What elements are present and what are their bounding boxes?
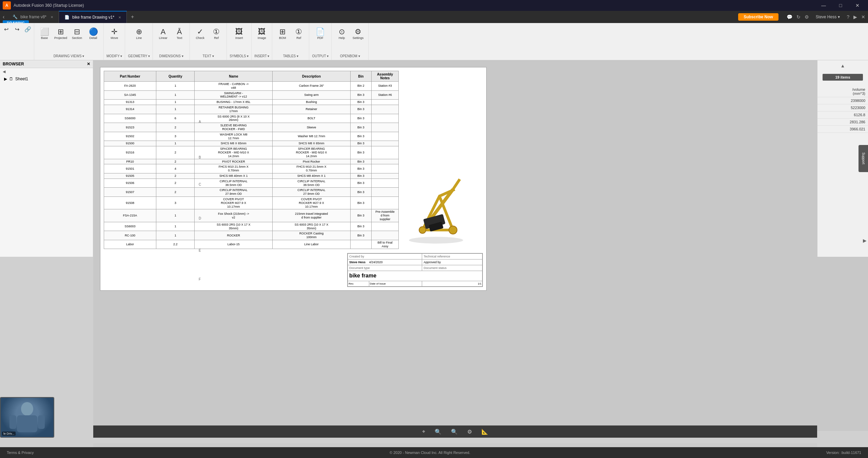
pdf-button[interactable]: 📄 PDF [313,24,328,43]
text-button[interactable]: ✓ Check [193,24,208,43]
ribbon-symbols: 🖼 Insert SYMBOLS ▾ [227,23,252,60]
bike-frame-svg [389,162,470,247]
tab-drawing[interactable]: 📄 bike frame Drawing v1* ✕ [59,11,127,23]
close-button[interactable]: ✕ [850,0,865,11]
tab-close-1[interactable]: ✕ [51,15,53,19]
tab-close-2[interactable]: ✕ [118,16,121,19]
section-view-button[interactable]: ⊟ Section [70,24,84,43]
table-cell: CIRCLIP INTERNAL 38.5mm OD [273,179,350,188]
settings-icon[interactable]: ⚙ [805,14,809,20]
expand-arrow[interactable]: ▶ [863,238,867,243]
table-cell: Bin 3 [350,123,371,132]
table-cell: Bin 3 [350,141,371,146]
fit-button[interactable]: ⌖ [419,427,428,436]
tab-add-button[interactable]: + [127,11,138,23]
text-icon: ✓ [197,28,203,36]
support-button[interactable]: Support [859,145,868,172]
table-cell: 1 [156,82,195,91]
table-cell: Bin 3 [350,90,371,100]
dimensions-label: DIMENSIONS ▾ [159,54,183,59]
svg-point-13 [21,402,33,416]
table-cell: Bin 3 [350,164,371,173]
ref-button[interactable]: ① Ref [209,24,224,43]
sidebar-toggle[interactable]: ▶ [853,14,857,20]
browser-collapse[interactable]: ✕ [87,62,90,66]
tables-circle-button[interactable]: ① Ref [291,24,306,43]
more-icon[interactable]: ✕ [861,14,865,20]
detail-view-button[interactable]: 🔵 Detail [86,24,101,43]
svg-rect-15 [9,415,16,429]
orbit-button[interactable]: ⚙ [465,427,475,436]
table-row: 915232SLEEVE BEARING ROCKER - FWDSleeveB… [104,123,399,132]
pdf-icon: 📄 [316,28,325,36]
minimize-button[interactable]: — [816,0,831,11]
person-silhouette [7,400,47,434]
ribbon-openbom: ⊙ Help ⚙ Settings OPENBOM ▾ [332,23,369,60]
table-cell: 91502 [104,132,156,141]
link-button[interactable]: 🔗 [23,24,33,34]
openbom-settings-button[interactable]: ⚙ Settings [351,24,366,43]
version-text: Version: :build-11671 [826,451,861,455]
maximize-button[interactable]: □ [833,0,848,11]
ribbon-modify: ✛ Move MODIFY ▾ [104,23,125,60]
redo-button[interactable]: ↪ [12,24,22,34]
table-row: 915083COVER PIVOT ROCKER M27.9 X 10.17mm… [104,196,399,209]
svg-point-6 [449,226,457,234]
items-badge: 19 items [823,74,863,81]
sidebar-collapse-btn[interactable]: ▲ [841,63,845,68]
col-assembly-notes: AssemblyNotes [372,71,399,82]
subscribe-button[interactable]: Subscribe Now [738,13,778,21]
table-cell: 91506 [104,179,156,188]
zoom-out-button[interactable]: 🔍 [432,427,444,436]
table-row: 915001SHCS M8 X 65mmSHCS M8 X 65mmBin 3 [104,141,399,146]
tables-button[interactable]: ⊞ BOM [275,24,290,43]
table-cell: Station #3 [372,82,399,91]
table-cell: 91505 [104,173,156,179]
move-button[interactable]: ✛ Move [107,24,122,43]
table-cell: 91314 [104,105,156,114]
browser-item-sheet1[interactable]: ▶ 🗒 Sheet1 [0,75,93,83]
refresh-icon[interactable]: ↻ [796,14,801,20]
table-cell: 1 [156,231,195,240]
dim-text-button[interactable]: Ā Text [172,24,187,43]
help-icon[interactable]: ? [847,14,849,20]
table-cell: 3 [156,132,195,141]
bike-frame-visualization [389,162,470,247]
sym-button[interactable]: 🖼 Insert [232,24,246,43]
table-cell: 1 [156,141,195,146]
user-menu[interactable]: Steve Hess ▾ [812,11,844,23]
base-view-button[interactable]: ⬜ Base [37,24,52,43]
table-row: PR102PIVOT ROCKERPivot RockerBin 3 [104,159,399,164]
insert-button[interactable]: 🖼 Image [254,24,269,43]
geometry-icon: ⊕ [136,28,142,36]
horizontal-scrollbar[interactable] [93,443,817,447]
geometry-button[interactable]: ⊕ Line [132,24,146,43]
undo-button[interactable]: ↩ [1,24,11,34]
table-row: 915162SPACER BEARING ROCKER - MID M10 X … [104,146,399,159]
projected-view-button[interactable]: ⊞ Projected [53,24,68,43]
table-cell: PR10 [104,159,156,164]
right-sidebar: ▲ 19 items /volume(mm^3) 2398000 5223000… [817,60,868,257]
table-cell: Bin 3 [350,132,371,141]
chat-icon[interactable]: 💬 [787,14,792,20]
sidebar-val-1: 2398000 [817,97,868,104]
collapse-icon[interactable]: ◀ [3,69,5,74]
output-label: OUTPUT ▾ [312,54,329,59]
table-cell: 1 [156,222,195,231]
ribbon-drawing-views: ⬜ Base ⊞ Projected ⊟ Section 🔵 Detail DR… [34,23,104,60]
ribbon: ↩ ↪ 🔗 ⬜ Base ⊞ Projected ⊟ Section 🔵 Det… [0,23,868,60]
dim-linear-button[interactable]: A Linear [156,24,171,43]
col-name: Name [195,71,273,82]
view-mode-button[interactable]: 📐 [479,427,491,436]
table-cell: Bin 3 [350,231,371,240]
table-cell: 91507 [104,188,156,197]
geometry-label: GEOMETRY ▾ [128,54,150,59]
table-cell [372,105,399,114]
zoom-in-button[interactable]: 🔍 [448,427,460,436]
table-row: 915052SHCS M8 40mm X 1SHCS M8 40mm X 1Bi… [104,173,399,179]
terms-link[interactable]: Terms & Privacy [7,451,34,455]
openbom-help-button[interactable]: ⊙ Help [334,24,349,43]
table-cell: 91313 [104,100,156,105]
base-view-icon: ⬜ [40,28,49,36]
project-name: bike frame [349,273,376,278]
